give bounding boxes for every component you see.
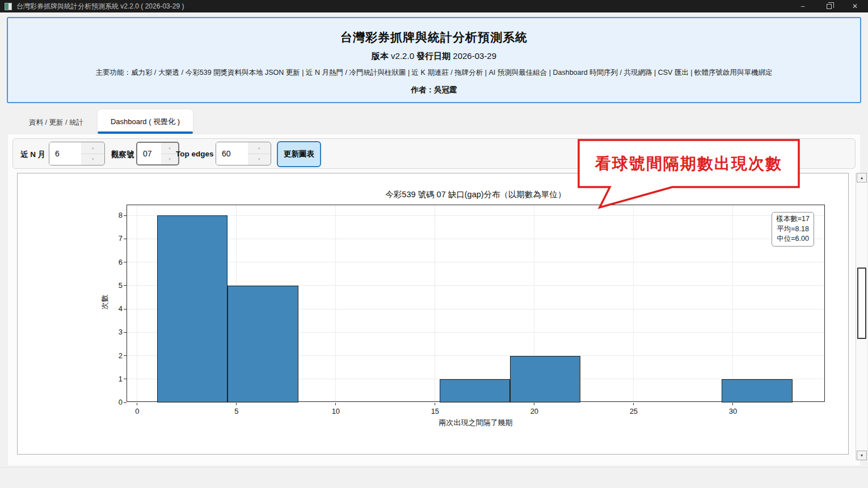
- x-tick-label: 20: [530, 407, 538, 415]
- n-months-label: 近 N 月: [20, 150, 45, 160]
- tab-data-update-stats[interactable]: 資料 / 更新 / 統計: [17, 112, 95, 133]
- app-window: 台灣彩券抓牌與統計分析預測系統 v2.2.0 ( 2026-03-29 ) – …: [0, 0, 868, 488]
- y-tick-label: 7: [103, 234, 123, 243]
- window-title: 台灣彩券抓牌與統計分析預測系統 v2.2.0 ( 2026-03-29 ): [16, 2, 184, 11]
- top-edges-input[interactable]: [216, 142, 248, 165]
- y-tick-mark: [124, 239, 127, 239]
- update-chart-button[interactable]: 更新圖表: [277, 141, 321, 167]
- y-tick-mark: [124, 355, 127, 356]
- app-icon: [5, 3, 12, 10]
- gridline-vertical: [732, 205, 733, 401]
- header-card: 台灣彩券抓牌與統計分析預測系統 版本 v2.2.0 發行日期 2026-03-2…: [7, 17, 861, 103]
- gridline-horizontal: [127, 215, 824, 216]
- observe-number-label: 觀察號: [111, 150, 134, 160]
- x-tick-label: 15: [431, 407, 439, 415]
- stats-legend: 樣本數=17 平均=8.18 中位=6.00: [772, 212, 814, 247]
- scroll-down-icon[interactable]: ▼: [857, 451, 867, 460]
- gridline-horizontal: [127, 262, 824, 262]
- y-tick-label: 6: [103, 258, 123, 266]
- titlebar: 台灣彩券抓牌與統計分析預測系統 v2.2.0 ( 2026-03-29 ) – …: [0, 0, 868, 12]
- x-axis-label: 兩次出現之間隔了幾期: [127, 418, 825, 428]
- y-tick-label: 4: [103, 304, 123, 313]
- n-months-spinner[interactable]: ▲ ▼: [49, 142, 105, 166]
- gridline-horizontal: [127, 239, 824, 239]
- y-tick-label: 5: [103, 281, 123, 290]
- legend-median: 中位=6.00: [776, 234, 810, 244]
- features-line: 主要功能：威力彩 / 大樂透 / 今彩539 開獎資料與本地 JSON 更新 |…: [8, 68, 860, 78]
- observe-number-input[interactable]: [137, 143, 161, 164]
- x-tick-label: 25: [630, 407, 638, 415]
- x-tick-label: 30: [729, 407, 737, 415]
- release-value: 2026-03-29: [453, 51, 496, 61]
- x-tick-mark: [534, 402, 534, 405]
- x-tick-mark: [137, 402, 137, 405]
- close-button[interactable]: ✕: [842, 0, 868, 12]
- top-edges-spin-up-icon[interactable]: ▲: [248, 142, 271, 154]
- version-value: v2.2.0: [391, 51, 414, 61]
- top-edges-spin-down-icon[interactable]: ▼: [248, 154, 271, 166]
- y-tick-mark: [124, 379, 127, 379]
- x-tick-label: 10: [332, 407, 340, 415]
- n-months-spin-up-icon[interactable]: ▲: [81, 142, 104, 154]
- n-months-spin-down-icon[interactable]: ▼: [81, 154, 104, 166]
- plot-area: 302520151050876543210 樣本數=17 平均=8.18 中位=…: [127, 205, 825, 402]
- restore-icon: [827, 4, 832, 9]
- histogram-bar: [510, 356, 580, 402]
- author-line: 作者：吳冠霆: [8, 85, 860, 95]
- x-tick-mark: [633, 402, 634, 405]
- version-label: 版本: [372, 51, 389, 61]
- top-edges-spinner[interactable]: ▲ ▼: [216, 142, 271, 166]
- page-title: 台灣彩券抓牌與統計分析預測系統: [8, 29, 860, 45]
- observe-number-spinner[interactable]: ▲ ▼: [136, 142, 179, 166]
- histogram-bar: [157, 215, 228, 402]
- gridline-vertical: [633, 205, 634, 401]
- histogram-bar: [227, 286, 298, 402]
- bottom-divider: [0, 467, 868, 468]
- y-tick-label: 1: [103, 375, 123, 383]
- x-tick-mark: [732, 402, 733, 405]
- version-line: 版本 v2.2.0 發行日期 2026-03-29: [8, 51, 860, 62]
- x-tick-mark: [435, 402, 435, 405]
- y-tick-mark: [124, 262, 127, 262]
- scrollbar-thumb[interactable]: [857, 268, 866, 339]
- legend-sample-count: 樣本數=17: [776, 214, 810, 224]
- y-tick-mark: [124, 332, 127, 333]
- x-tick-mark: [335, 402, 336, 405]
- vertical-scrollbar[interactable]: ▲ ▼: [856, 173, 867, 460]
- x-tick-label: 5: [234, 407, 238, 415]
- minimize-icon: –: [801, 2, 805, 10]
- chart-canvas: 今彩539 號碼 07 缺口(gap)分布（以期數為單位） 次數 3025201…: [17, 173, 849, 455]
- restore-button[interactable]: [816, 0, 842, 12]
- y-tick-label: 2: [103, 351, 123, 360]
- y-tick-label: 8: [103, 211, 123, 219]
- scroll-up-icon[interactable]: ▲: [857, 173, 867, 183]
- release-label: 發行日期: [416, 51, 450, 61]
- gridline-vertical: [435, 205, 435, 401]
- legend-mean: 平均=8.18: [776, 224, 810, 235]
- callout-text: 看球號間隔期數出現次數: [579, 140, 799, 187]
- x-tick-label: 0: [135, 407, 139, 415]
- minimize-button[interactable]: –: [790, 0, 816, 12]
- gridline-vertical: [137, 205, 137, 401]
- tab-dashboard[interactable]: Dashboard ( 視覺化 ): [98, 109, 193, 134]
- y-tick-label: 0: [103, 398, 123, 406]
- y-tick-mark: [124, 215, 127, 216]
- y-tick-mark: [124, 309, 127, 309]
- y-tick-mark: [124, 285, 127, 286]
- y-tick-mark: [124, 402, 127, 403]
- y-tick-label: 3: [103, 328, 123, 336]
- gridline-vertical: [335, 205, 336, 401]
- n-months-input[interactable]: [49, 142, 81, 165]
- top-edges-label: Top edges: [176, 150, 214, 158]
- histogram-bar: [440, 379, 511, 402]
- close-icon: ✕: [852, 2, 858, 10]
- histogram-bar: [722, 379, 793, 402]
- x-tick-mark: [236, 402, 237, 405]
